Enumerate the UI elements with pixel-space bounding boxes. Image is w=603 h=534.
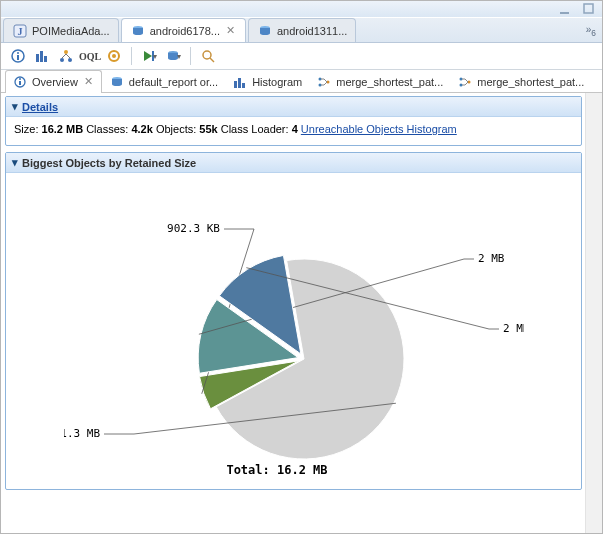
analysis-tab-dr[interactable]: default_report or...	[102, 70, 225, 93]
analysis-tab-label: Overview	[32, 76, 78, 88]
details-panel: ▾ Details Size: 16.2 MB Classes: 4.2k Ob…	[5, 96, 582, 146]
details-panel-header[interactable]: ▾ Details	[6, 97, 581, 117]
close-icon[interactable]: ✕	[224, 24, 237, 37]
svg-rect-23	[19, 81, 21, 85]
svg-marker-17	[144, 51, 152, 61]
editor-tab-a678[interactable]: android6178...✕	[121, 18, 246, 42]
size-label: Size:	[14, 123, 42, 135]
editor-tab-label: android6178...	[150, 25, 220, 37]
content-area: ▾ Details Size: 16.2 MB Classes: 4.2k Ob…	[1, 93, 602, 533]
svg-text:J: J	[18, 26, 23, 37]
svg-rect-28	[242, 83, 245, 88]
java-icon: J	[12, 23, 28, 39]
merge-icon	[316, 74, 332, 90]
details-title: Details	[22, 101, 58, 113]
svg-point-16	[112, 54, 116, 58]
db-sm-icon	[109, 74, 125, 90]
chart-total: Total: 16.2 MB	[226, 463, 327, 477]
oql-button[interactable]: OQL	[79, 45, 101, 67]
analysis-tab-label: merge_shortest_pat...	[336, 76, 443, 88]
analysis-tab-m1[interactable]: merge_shortest_pat...	[309, 70, 450, 93]
svg-line-21	[210, 58, 214, 62]
scrollbar-vertical[interactable]	[585, 93, 602, 533]
size-value: 16.2 MB	[42, 123, 84, 135]
analysis-tab-hi[interactable]: Histogram	[225, 70, 309, 93]
svg-rect-27	[238, 78, 241, 88]
chevron-down-icon: ▾	[177, 52, 181, 61]
slice-label: 11.3 MB	[64, 427, 100, 440]
slice-label: 2 MB	[503, 322, 524, 335]
svg-point-12	[60, 58, 64, 62]
svg-rect-0	[560, 12, 569, 14]
analysis-tab-label: Histogram	[252, 76, 302, 88]
search-button[interactable]	[197, 45, 219, 67]
svg-point-8	[17, 52, 19, 54]
editor-tab-poi[interactable]: JPOIMediaAda...	[3, 18, 119, 42]
chevron-down-icon: ▾	[153, 52, 157, 61]
editor-tabbar: JPOIMediaAda...android6178...✕android131…	[1, 18, 602, 43]
svg-rect-1	[584, 4, 593, 13]
biggest-objects-panel: ▾ Biggest Objects by Retained Size 11.3 …	[5, 152, 582, 490]
svg-rect-26	[234, 81, 237, 88]
classloader-label: Class Loader:	[221, 123, 292, 135]
analysis-tab-label: default_report or...	[129, 76, 218, 88]
twistie-down-icon: ▾	[12, 100, 18, 113]
threads-button[interactable]	[103, 45, 125, 67]
twistie-down-icon: ▾	[12, 156, 18, 169]
overview-button[interactable]	[7, 45, 29, 67]
svg-point-20	[203, 51, 211, 59]
editor-tabs-overflow[interactable]: »6	[586, 24, 596, 42]
minimize-button[interactable]	[558, 3, 572, 15]
editor-tab-a131[interactable]: android1311...	[248, 18, 356, 42]
objects-value: 55k	[199, 123, 217, 135]
svg-rect-7	[17, 55, 19, 60]
main-toolbar: OQL ▾ ▾	[1, 43, 602, 70]
window-titlebar	[1, 1, 602, 18]
run-report-button[interactable]: ▾	[138, 45, 160, 67]
analysis-tab-m2[interactable]: merge_shortest_pat...	[450, 70, 591, 93]
svg-rect-11	[44, 56, 47, 62]
classes-value: 4.2k	[131, 123, 152, 135]
biggest-objects-title: Biggest Objects by Retained Size	[22, 157, 196, 169]
editor-tab-label: POIMediaAda...	[32, 25, 110, 37]
dominator-tree-button[interactable]	[55, 45, 77, 67]
close-icon[interactable]: ✕	[82, 75, 95, 88]
objects-label: Objects:	[156, 123, 199, 135]
analysis-tabbar: Overview✕default_report or...Histogramme…	[1, 70, 602, 93]
histogram-button[interactable]	[31, 45, 53, 67]
svg-point-13	[68, 58, 72, 62]
db-icon	[257, 23, 273, 39]
editor-tab-label: android1311...	[277, 25, 347, 37]
toolbar-separator	[131, 47, 132, 65]
analysis-tab-label: merge_shortest_pat...	[477, 76, 584, 88]
histogram-icon	[232, 74, 248, 90]
maximize-button[interactable]	[582, 3, 596, 15]
merge-icon	[457, 74, 473, 90]
svg-point-14	[64, 50, 68, 54]
toolbar-separator	[190, 47, 191, 65]
classes-label: Classes:	[86, 123, 131, 135]
svg-point-24	[19, 78, 21, 80]
unreachable-objects-link[interactable]: Unreachable Objects Histogram	[301, 123, 457, 135]
db-icon	[130, 23, 146, 39]
biggest-objects-header[interactable]: ▾ Biggest Objects by Retained Size	[6, 153, 581, 173]
query-browser-button[interactable]: ▾	[162, 45, 184, 67]
pie-svg: 11.3 MB902.3 KB2 MB2 MB	[64, 204, 524, 484]
slice-label: 2 MB	[478, 252, 505, 265]
slice-label: 902.3 KB	[167, 222, 220, 235]
svg-rect-9	[36, 54, 39, 62]
classloader-value: 4	[292, 123, 298, 135]
svg-rect-10	[40, 51, 43, 62]
analysis-tab-ov[interactable]: Overview✕	[5, 70, 102, 93]
pie-chart: 11.3 MB902.3 KB2 MB2 MB Total: 16.2 MB	[14, 179, 573, 479]
info-icon	[12, 74, 28, 90]
